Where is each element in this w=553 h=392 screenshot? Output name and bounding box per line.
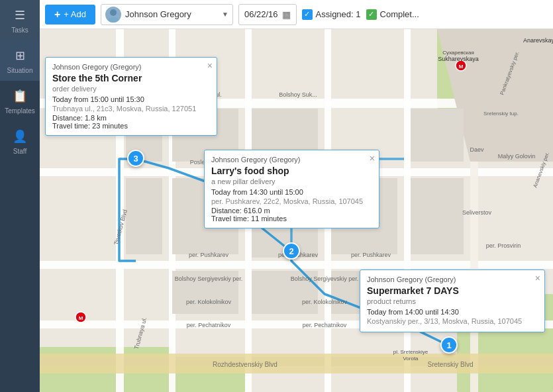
- svg-text:M: M: [79, 315, 83, 321]
- sidebar-item-tasks[interactable]: ☰ Tasks: [0, 0, 40, 40]
- popup-3-type: product returns: [367, 297, 538, 305]
- pin-2-label: 2: [289, 246, 293, 256]
- popup-1-driver: Johnson Gregory (Gregory): [52, 63, 210, 71]
- svg-text:Rozhdestvenskiy Blvd: Rozhdestvenskiy Blvd: [213, 361, 277, 368]
- popup-1-close[interactable]: ×: [207, 60, 213, 71]
- assigned-label: Assigned: 1: [316, 9, 361, 19]
- map-pin-2[interactable]: 2: [283, 242, 300, 260]
- popup-3-close[interactable]: ×: [535, 273, 540, 283]
- templates-icon: 📋: [11, 87, 28, 105]
- sidebar-staff-label: Staff: [13, 148, 26, 155]
- svg-text:per. Pushkarev: per. Pushkarev: [351, 252, 391, 258]
- popup-2-driver: Johnson Gregory (Gregory): [211, 156, 372, 164]
- svg-rect-23: [126, 178, 162, 254]
- svg-text:Anarevskaya pl.: Anarevskaya pl.: [523, 37, 553, 44]
- svg-text:Daev: Daev: [470, 146, 484, 153]
- svg-text:Sretenskiy Blvd: Sretenskiy Blvd: [428, 361, 474, 368]
- pin-1-label: 1: [446, 340, 451, 350]
- svg-text:Malyy Golovin: Malyy Golovin: [498, 153, 536, 160]
- staff-icon: 👤: [11, 128, 28, 145]
- svg-text:Bolshoy Sergiyevskiy per.: Bolshoy Sergiyevskiy per.: [291, 275, 359, 282]
- popup-2-address: per. Pushkarev, 22c2, Moskva, Russia, 10…: [211, 197, 372, 205]
- chevron-down-icon: ▼: [222, 11, 228, 18]
- driver-name: Johnson Gregory: [125, 9, 218, 19]
- svg-rect-17: [404, 29, 411, 392]
- add-button[interactable]: + + Add: [45, 5, 95, 24]
- svg-rect-34: [40, 354, 553, 373]
- date-value: 06/22/16: [244, 9, 278, 19]
- popup-1-type: order delivery: [52, 85, 210, 93]
- popup-3-time: Today from 14:00 until 14:30: [367, 308, 538, 316]
- popup-1-title: Store the 5th Corner: [52, 73, 210, 83]
- svg-point-1: [107, 17, 119, 23]
- completed-label: Complet...: [380, 9, 419, 19]
- map-pin-3[interactable]: 3: [127, 150, 144, 167]
- popup-1-address: Trubnaya ul., 21c3, Moskva, Russia, 1270…: [52, 105, 210, 113]
- svg-text:Bolshoy Sergiyevskiy per.: Bolshoy Sergiyevskiy per.: [175, 275, 243, 282]
- popup-2-travel: Travel time: 11 minutes: [211, 215, 372, 222]
- svg-text:per. Prosvirin: per. Prosvirin: [486, 242, 521, 249]
- svg-text:per. Kolokolnikov: per. Kolokolnikov: [302, 299, 348, 305]
- date-selector[interactable]: 06/22/16 ▦: [238, 4, 297, 25]
- svg-text:Сухаревская: Сухаревская: [442, 50, 474, 56]
- topbar: + + Add Johnson Gregory ▼ 06/22/16 ▦ ✓ A…: [40, 0, 553, 29]
- sidebar-item-templates[interactable]: 📋 Templates: [0, 81, 40, 121]
- map-pin-1[interactable]: 1: [440, 336, 458, 354]
- driver-selector[interactable]: Johnson Gregory ▼: [101, 4, 233, 25]
- svg-text:Sukharevskaya: Sukharevskaya: [438, 56, 479, 62]
- popup-2-title: Larry's food shop: [211, 166, 372, 176]
- popup-2-close[interactable]: ×: [370, 153, 375, 164]
- situation-icon: ⊞: [11, 47, 28, 64]
- sidebar-tasks-label: Tasks: [11, 26, 28, 34]
- pin-3-label: 3: [133, 154, 138, 164]
- calendar-icon: ▦: [282, 9, 291, 20]
- svg-text:Sretenskiy tup.: Sretenskiy tup.: [483, 111, 519, 117]
- svg-text:per. Pushkarev: per. Pushkarev: [189, 252, 229, 258]
- svg-text:M: M: [459, 64, 464, 70]
- sidebar-situation-label: Situation: [7, 67, 33, 74]
- plus-icon: +: [54, 9, 60, 21]
- popup-2-time: Today from 14:30 until 15:00: [211, 188, 372, 196]
- svg-text:per. Pechatnikov: per. Pechatnikov: [187, 322, 231, 328]
- svg-text:per. Kolokolnikov: per. Kolokolnikov: [186, 299, 232, 305]
- sidebar-item-situation[interactable]: ⊞ Situation: [0, 40, 40, 81]
- svg-point-0: [110, 9, 117, 16]
- svg-text:Bolshoy Suk...: Bolshoy Suk...: [279, 91, 317, 98]
- sidebar: ☰ Tasks ⊞ Situation 📋 Templates 👤 Staff: [0, 0, 40, 392]
- popup-store-5th-corner: × Johnson Gregory (Gregory) Store the 5t…: [45, 57, 217, 136]
- popup-1-distance: Distance: 1.8 km: [52, 114, 210, 122]
- sidebar-item-staff[interactable]: 👤 Staff: [0, 121, 40, 162]
- completed-badge: ✓ Complet...: [366, 9, 419, 20]
- sidebar-templates-label: Templates: [5, 107, 35, 115]
- assigned-badge: ✓ Assigned: 1: [302, 9, 361, 20]
- popup-2-type: a new pillar delivery: [211, 177, 372, 185]
- assigned-checkbox: ✓: [302, 9, 313, 20]
- add-label: + Add: [64, 9, 86, 19]
- svg-text:Vorota: Vorota: [403, 356, 419, 362]
- popup-3-title: Supermarket 7 DAYS: [367, 285, 538, 296]
- popup-supermarket-7days: × Johnson Gregory (Gregory) Supermarket …: [360, 270, 545, 332]
- svg-rect-30: [411, 109, 464, 162]
- popup-1-travel: Travel time: 23 minutes: [52, 122, 210, 130]
- popup-2-distance: Distance: 616.0 m: [211, 207, 372, 215]
- tasks-icon: ☰: [11, 7, 28, 24]
- svg-text:Seliverstov: Seliverstov: [462, 209, 492, 216]
- svg-text:pl. Sretenskiye: pl. Sretenskiye: [393, 349, 428, 355]
- popup-larrys-food: × Johnson Gregory (Gregory) Larry's food…: [204, 150, 379, 228]
- svg-text:per. Pechatnikov: per. Pechatnikov: [303, 322, 347, 328]
- completed-checkbox: ✓: [366, 9, 377, 20]
- popup-3-driver: Johnson Gregory (Gregory): [367, 275, 538, 283]
- driver-avatar: [105, 7, 121, 23]
- popup-1-time: Today from 15:00 until 15:30: [52, 95, 210, 103]
- svg-rect-31: [411, 178, 464, 254]
- popup-3-address: Kostyanskiy per., 3/13, Moskva, Russia, …: [367, 317, 538, 325]
- map: M M Bolshoy Suk... Trubnaya ul. Posledni…: [40, 29, 553, 392]
